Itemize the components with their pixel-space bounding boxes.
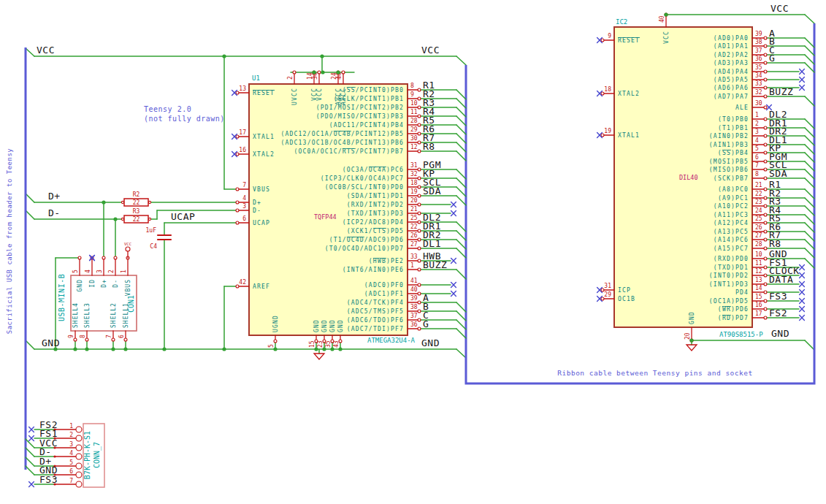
pin-number: 20	[684, 332, 691, 340]
junction-dot	[689, 338, 693, 342]
net-label: GND	[421, 337, 440, 348]
pin-name: (AIN1)PB3	[709, 142, 749, 148]
pin-name: (ADC11/PCINT4)PB4	[329, 122, 404, 129]
pin-number: 2	[69, 432, 73, 438]
junction-dot	[123, 347, 127, 351]
pin-number: 12	[755, 268, 762, 275]
pin-name: (AD3)PA3	[714, 60, 749, 66]
pin-number: 9	[68, 335, 74, 338]
pin-name: (MOSI)PB5	[709, 159, 749, 165]
pin-name: XTAL2	[618, 91, 640, 97]
pin-name: (AD4)PA4	[714, 69, 749, 75]
pin-end	[418, 123, 421, 126]
pin-end	[764, 118, 767, 121]
pin-number: 20	[410, 197, 418, 204]
pin-number: 2	[108, 270, 115, 273]
pin-pad	[76, 435, 82, 441]
pin-number: 11	[410, 109, 418, 115]
note-ribbon-cable: Ribbon cable between Teensy pins and soc…	[557, 369, 752, 377]
pin-name: (ADC5/TMS)PF5	[347, 308, 404, 315]
pin-name: VBUS	[253, 186, 270, 193]
pin-number: 6	[69, 468, 73, 475]
junction-dot	[320, 54, 324, 58]
net-label: GND	[42, 337, 60, 348]
net-label: UCAP	[171, 211, 195, 222]
pin-name: (RXD)PD0	[714, 256, 749, 262]
junction-dot	[111, 347, 115, 351]
pin-number: 13	[239, 85, 246, 92]
net-label: G	[769, 53, 775, 64]
u1-atmega32u4-reference: U1	[252, 75, 260, 82]
pin-number: 14	[755, 285, 762, 291]
pin-number: 23	[317, 340, 324, 348]
pin-end	[764, 151, 767, 154]
pin-end	[418, 186, 421, 188]
pin-name: (OC0B/SCL/INT0)PD0	[325, 184, 404, 191]
pin-number: 36	[755, 56, 762, 62]
pin-name: (HWB)PE2	[369, 258, 404, 264]
junction-dot	[73, 347, 77, 351]
net-label: R8	[769, 238, 781, 249]
pin-end	[764, 257, 767, 260]
junction-dot	[336, 70, 340, 74]
pin-number: 22	[755, 191, 762, 197]
pin-name: (SDA/INT1)PD1	[347, 193, 404, 199]
net-label: SDA	[769, 168, 787, 179]
pin-name: (A12)PC4	[714, 220, 749, 226]
pin-end	[121, 218, 123, 220]
resistor-reference: R3	[133, 208, 140, 215]
net-label: GND	[771, 328, 789, 339]
pin-name: (PDI/MOSI/PCINT2)PB2	[316, 104, 404, 111]
net-label: R8	[423, 141, 435, 152]
junction-dot	[222, 347, 226, 351]
u1-atmega32u4-part-name: ATMEGA32U4-A	[367, 337, 416, 344]
pin-number: 11	[755, 260, 762, 267]
pin-name: (AIN0)PB2	[709, 133, 749, 140]
pin-number: 32	[410, 171, 418, 177]
pin-end	[764, 266, 767, 269]
pin-number: 17	[755, 310, 762, 317]
pin-number: 7	[242, 182, 246, 188]
pin-number: 26	[410, 232, 418, 239]
pin-name: XTAL2	[253, 151, 275, 158]
resistor-reference: R2	[133, 191, 140, 198]
note-teensy: (not fully drawn)	[144, 115, 225, 123]
pin-end	[764, 45, 767, 47]
pin-number: 9	[410, 91, 414, 98]
pin-end	[764, 308, 767, 310]
pin-name: (INT1)PD3	[709, 281, 749, 288]
pin-number: 2	[287, 76, 294, 80]
pin-end	[764, 205, 767, 207]
vcc-power-symbol	[126, 247, 130, 251]
pin-name: GND	[329, 319, 336, 332]
pin-number: 33	[755, 80, 762, 87]
net-label: BUZZ	[423, 259, 447, 270]
pin-number: 21	[755, 182, 762, 188]
pin-name: XTAL1	[253, 134, 275, 140]
pin-number: 22	[410, 224, 418, 230]
pin-name: (A8)PC0	[718, 186, 749, 193]
pin-number: 21	[410, 206, 418, 213]
pin-name: SHELL2	[110, 302, 117, 328]
pin-name: (SCK)PB7	[714, 175, 749, 182]
pin-end	[764, 95, 767, 98]
pin-number: 32	[755, 89, 762, 96]
vcc-power-symbol-label: VCC	[124, 242, 131, 246]
pin-name: (A14)PC6	[714, 237, 749, 243]
net-label: D-	[48, 207, 61, 218]
pin-name: (AD5)PA5	[714, 77, 749, 83]
pin-end	[236, 221, 239, 224]
pin-number: 19	[604, 128, 611, 134]
pin-number: 36	[410, 321, 418, 328]
pin-name: (ADC1)PF1	[364, 291, 404, 297]
pin-number: 16	[755, 302, 762, 308]
pin-name: (A15)PC7	[714, 245, 749, 252]
pin-end	[236, 201, 239, 204]
pin-number: 19	[410, 188, 418, 195]
pin-name: (OC1A)PD5	[709, 298, 749, 305]
pin-end	[148, 201, 150, 203]
pin-number: 18	[604, 86, 611, 93]
pin-end	[102, 256, 105, 259]
pin-name: (ADC4/TCK)PF4	[347, 299, 404, 306]
pin-number: 17	[239, 129, 246, 136]
